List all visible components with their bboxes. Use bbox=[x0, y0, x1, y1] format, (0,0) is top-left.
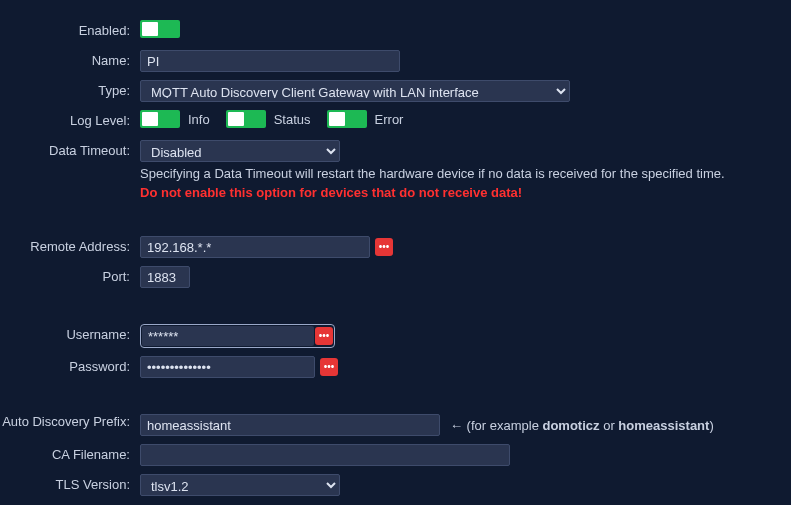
datatimeout-label: Data Timeout: bbox=[0, 140, 140, 158]
dots-icon: ••• bbox=[319, 331, 330, 341]
loglevel-status-toggle[interactable] bbox=[226, 110, 266, 128]
loglevel-error-label: Error bbox=[375, 112, 404, 127]
enabled-toggle[interactable] bbox=[140, 20, 180, 38]
prefix-hint-a: domoticz bbox=[542, 418, 599, 433]
port-label: Port: bbox=[0, 266, 140, 284]
cafile-input[interactable] bbox=[140, 444, 510, 466]
dots-icon: ••• bbox=[324, 362, 335, 372]
password-clear-button[interactable]: ••• bbox=[320, 358, 338, 376]
prefix-hint-pre: ← (for example bbox=[450, 418, 542, 433]
prefix-hint: ← (for example domoticz or homeassistant… bbox=[450, 418, 714, 433]
datatimeout-help: Specifying a Data Timeout will restart t… bbox=[140, 166, 725, 181]
type-select[interactable]: MQTT Auto Discovery Client Gateway with … bbox=[140, 80, 570, 102]
cafile-label: CA Filename: bbox=[0, 444, 140, 462]
loglevel-status-label: Status bbox=[274, 112, 311, 127]
prefix-hint-b: homeassistant bbox=[618, 418, 709, 433]
loglevel-error-toggle[interactable] bbox=[327, 110, 367, 128]
prefix-hint-post: ) bbox=[709, 418, 713, 433]
loglevel-info-toggle[interactable] bbox=[140, 110, 180, 128]
username-input[interactable] bbox=[142, 326, 314, 346]
name-label: Name: bbox=[0, 50, 140, 68]
remoteaddr-clear-button[interactable]: ••• bbox=[375, 238, 393, 256]
loglevel-label: Log Level: bbox=[0, 110, 140, 128]
prefix-hint-mid: or bbox=[600, 418, 619, 433]
prefix-label: Auto Discovery Prefix: bbox=[0, 414, 140, 429]
prefix-input[interactable] bbox=[140, 414, 440, 436]
tls-label: TLS Version: bbox=[0, 474, 140, 492]
password-input[interactable] bbox=[140, 356, 315, 378]
tls-select[interactable]: tlsv1.2 bbox=[140, 474, 340, 496]
enabled-label: Enabled: bbox=[0, 20, 140, 38]
username-clear-button[interactable]: ••• bbox=[315, 327, 333, 345]
datatimeout-select[interactable]: Disabled bbox=[140, 140, 340, 162]
port-input[interactable] bbox=[140, 266, 190, 288]
password-label: Password: bbox=[0, 356, 140, 374]
type-label: Type: bbox=[0, 80, 140, 98]
name-input[interactable] bbox=[140, 50, 400, 72]
dots-icon: ••• bbox=[379, 242, 390, 252]
loglevel-info-label: Info bbox=[188, 112, 210, 127]
remoteaddr-label: Remote Address: bbox=[0, 236, 140, 254]
remoteaddr-input[interactable] bbox=[140, 236, 370, 258]
username-label: Username: bbox=[0, 324, 140, 342]
datatimeout-warning: Do not enable this option for devices th… bbox=[140, 185, 522, 200]
